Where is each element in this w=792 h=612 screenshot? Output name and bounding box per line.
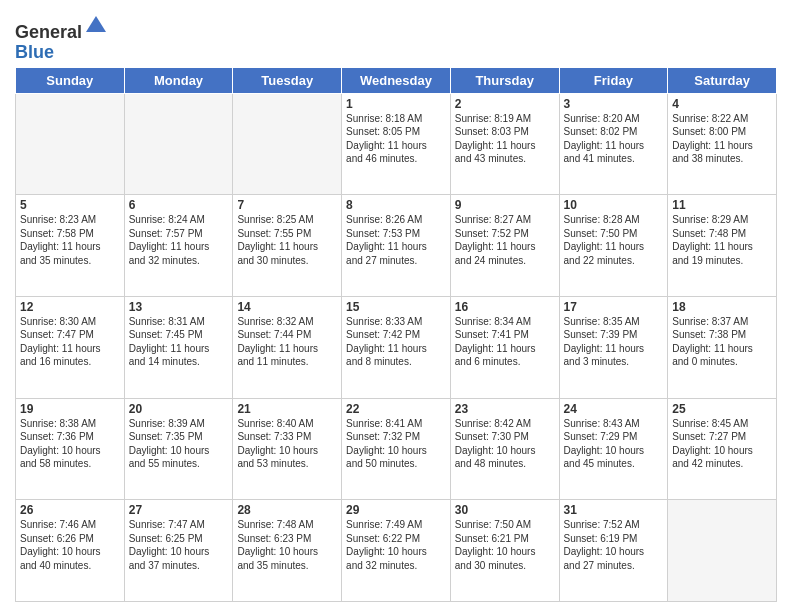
- weekday-header-row: SundayMondayTuesdayWednesdayThursdayFrid…: [16, 67, 777, 93]
- cell-content-30: Sunrise: 7:50 AMSunset: 6:21 PMDaylight:…: [455, 518, 555, 572]
- day-number-25: 25: [672, 402, 772, 416]
- day-number-28: 28: [237, 503, 337, 517]
- day-number-20: 20: [129, 402, 229, 416]
- sunrise-7: Sunrise: 8:25 AM: [237, 214, 313, 225]
- day-number-18: 18: [672, 300, 772, 314]
- sunset-29: Sunset: 6:22 PM: [346, 533, 420, 544]
- day-cell-16: 16Sunrise: 8:34 AMSunset: 7:41 PMDayligh…: [450, 296, 559, 398]
- sunset-5: Sunset: 7:58 PM: [20, 228, 94, 239]
- logo-icon: [84, 14, 108, 38]
- svg-marker-0: [86, 16, 106, 32]
- day-cell-14: 14Sunrise: 8:32 AMSunset: 7:44 PMDayligh…: [233, 296, 342, 398]
- daylight-2: Daylight: 11 hours and 43 minutes.: [455, 140, 536, 165]
- cell-content-22: Sunrise: 8:41 AMSunset: 7:32 PMDaylight:…: [346, 417, 446, 471]
- sunrise-21: Sunrise: 8:40 AM: [237, 418, 313, 429]
- day-number-23: 23: [455, 402, 555, 416]
- empty-cell: [124, 93, 233, 195]
- daylight-11: Daylight: 11 hours and 19 minutes.: [672, 241, 753, 266]
- logo: General Blue: [15, 14, 108, 63]
- day-cell-2: 2Sunrise: 8:19 AMSunset: 8:03 PMDaylight…: [450, 93, 559, 195]
- weekday-sunday: Sunday: [16, 67, 125, 93]
- sunrise-9: Sunrise: 8:27 AM: [455, 214, 531, 225]
- day-cell-29: 29Sunrise: 7:49 AMSunset: 6:22 PMDayligh…: [342, 500, 451, 602]
- day-cell-25: 25Sunrise: 8:45 AMSunset: 7:27 PMDayligh…: [668, 398, 777, 500]
- day-number-15: 15: [346, 300, 446, 314]
- daylight-22: Daylight: 10 hours and 50 minutes.: [346, 445, 427, 470]
- day-number-5: 5: [20, 198, 120, 212]
- day-number-27: 27: [129, 503, 229, 517]
- daylight-19: Daylight: 10 hours and 58 minutes.: [20, 445, 101, 470]
- cell-content-27: Sunrise: 7:47 AMSunset: 6:25 PMDaylight:…: [129, 518, 229, 572]
- day-number-8: 8: [346, 198, 446, 212]
- day-cell-6: 6Sunrise: 8:24 AMSunset: 7:57 PMDaylight…: [124, 195, 233, 297]
- daylight-16: Daylight: 11 hours and 6 minutes.: [455, 343, 536, 368]
- sunrise-15: Sunrise: 8:33 AM: [346, 316, 422, 327]
- daylight-3: Daylight: 11 hours and 41 minutes.: [564, 140, 645, 165]
- cell-content-7: Sunrise: 8:25 AMSunset: 7:55 PMDaylight:…: [237, 213, 337, 267]
- cell-content-15: Sunrise: 8:33 AMSunset: 7:42 PMDaylight:…: [346, 315, 446, 369]
- weekday-wednesday: Wednesday: [342, 67, 451, 93]
- week-row-4: 19Sunrise: 8:38 AMSunset: 7:36 PMDayligh…: [16, 398, 777, 500]
- sunset-21: Sunset: 7:33 PM: [237, 431, 311, 442]
- sunrise-12: Sunrise: 8:30 AM: [20, 316, 96, 327]
- daylight-14: Daylight: 11 hours and 11 minutes.: [237, 343, 318, 368]
- daylight-13: Daylight: 11 hours and 14 minutes.: [129, 343, 210, 368]
- sunset-26: Sunset: 6:26 PM: [20, 533, 94, 544]
- week-row-1: 1Sunrise: 8:18 AMSunset: 8:05 PMDaylight…: [16, 93, 777, 195]
- daylight-26: Daylight: 10 hours and 40 minutes.: [20, 546, 101, 571]
- sunrise-3: Sunrise: 8:20 AM: [564, 113, 640, 124]
- cell-content-1: Sunrise: 8:18 AMSunset: 8:05 PMDaylight:…: [346, 112, 446, 166]
- sunset-1: Sunset: 8:05 PM: [346, 126, 420, 137]
- header: General Blue: [15, 10, 777, 63]
- day-cell-10: 10Sunrise: 8:28 AMSunset: 7:50 PMDayligh…: [559, 195, 668, 297]
- day-number-2: 2: [455, 97, 555, 111]
- day-cell-21: 21Sunrise: 8:40 AMSunset: 7:33 PMDayligh…: [233, 398, 342, 500]
- day-number-22: 22: [346, 402, 446, 416]
- sunrise-2: Sunrise: 8:19 AM: [455, 113, 531, 124]
- daylight-27: Daylight: 10 hours and 37 minutes.: [129, 546, 210, 571]
- sunrise-6: Sunrise: 8:24 AM: [129, 214, 205, 225]
- day-number-6: 6: [129, 198, 229, 212]
- week-row-5: 26Sunrise: 7:46 AMSunset: 6:26 PMDayligh…: [16, 500, 777, 602]
- sunset-24: Sunset: 7:29 PM: [564, 431, 638, 442]
- day-number-10: 10: [564, 198, 664, 212]
- day-cell-31: 31Sunrise: 7:52 AMSunset: 6:19 PMDayligh…: [559, 500, 668, 602]
- daylight-10: Daylight: 11 hours and 22 minutes.: [564, 241, 645, 266]
- daylight-5: Daylight: 11 hours and 35 minutes.: [20, 241, 101, 266]
- sunset-6: Sunset: 7:57 PM: [129, 228, 203, 239]
- day-cell-5: 5Sunrise: 8:23 AMSunset: 7:58 PMDaylight…: [16, 195, 125, 297]
- day-number-7: 7: [237, 198, 337, 212]
- sunrise-19: Sunrise: 8:38 AM: [20, 418, 96, 429]
- weekday-tuesday: Tuesday: [233, 67, 342, 93]
- day-cell-23: 23Sunrise: 8:42 AMSunset: 7:30 PMDayligh…: [450, 398, 559, 500]
- sunset-10: Sunset: 7:50 PM: [564, 228, 638, 239]
- sunset-8: Sunset: 7:53 PM: [346, 228, 420, 239]
- daylight-4: Daylight: 11 hours and 38 minutes.: [672, 140, 753, 165]
- daylight-21: Daylight: 10 hours and 53 minutes.: [237, 445, 318, 470]
- day-cell-19: 19Sunrise: 8:38 AMSunset: 7:36 PMDayligh…: [16, 398, 125, 500]
- sunrise-1: Sunrise: 8:18 AM: [346, 113, 422, 124]
- day-cell-26: 26Sunrise: 7:46 AMSunset: 6:26 PMDayligh…: [16, 500, 125, 602]
- sunrise-30: Sunrise: 7:50 AM: [455, 519, 531, 530]
- sunset-18: Sunset: 7:38 PM: [672, 329, 746, 340]
- day-number-19: 19: [20, 402, 120, 416]
- sunset-17: Sunset: 7:39 PM: [564, 329, 638, 340]
- sunrise-29: Sunrise: 7:49 AM: [346, 519, 422, 530]
- day-number-21: 21: [237, 402, 337, 416]
- sunrise-8: Sunrise: 8:26 AM: [346, 214, 422, 225]
- daylight-31: Daylight: 10 hours and 27 minutes.: [564, 546, 645, 571]
- sunrise-31: Sunrise: 7:52 AM: [564, 519, 640, 530]
- sunset-13: Sunset: 7:45 PM: [129, 329, 203, 340]
- day-cell-3: 3Sunrise: 8:20 AMSunset: 8:02 PMDaylight…: [559, 93, 668, 195]
- daylight-20: Daylight: 10 hours and 55 minutes.: [129, 445, 210, 470]
- sunrise-5: Sunrise: 8:23 AM: [20, 214, 96, 225]
- week-row-2: 5Sunrise: 8:23 AMSunset: 7:58 PMDaylight…: [16, 195, 777, 297]
- sunset-22: Sunset: 7:32 PM: [346, 431, 420, 442]
- cell-content-12: Sunrise: 8:30 AMSunset: 7:47 PMDaylight:…: [20, 315, 120, 369]
- sunrise-28: Sunrise: 7:48 AM: [237, 519, 313, 530]
- day-number-31: 31: [564, 503, 664, 517]
- day-cell-18: 18Sunrise: 8:37 AMSunset: 7:38 PMDayligh…: [668, 296, 777, 398]
- sunset-7: Sunset: 7:55 PM: [237, 228, 311, 239]
- sunrise-26: Sunrise: 7:46 AM: [20, 519, 96, 530]
- daylight-25: Daylight: 10 hours and 42 minutes.: [672, 445, 753, 470]
